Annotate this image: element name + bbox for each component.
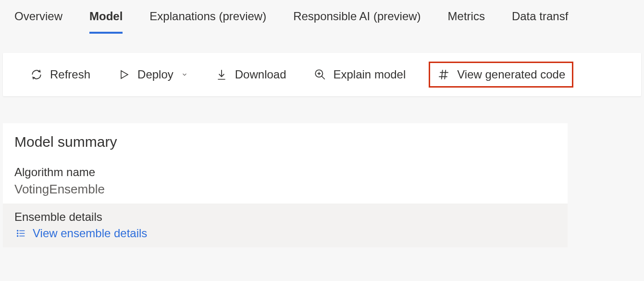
tab-responsible-ai[interactable]: Responsible AI (preview)	[293, 10, 421, 34]
tab-bar: Overview Model Explanations (preview) Re…	[0, 0, 644, 34]
list-icon	[14, 227, 28, 240]
algorithm-name-value: VotingEnsemble	[14, 182, 556, 197]
svg-point-1	[17, 230, 18, 231]
download-label: Download	[235, 68, 286, 81]
refresh-button[interactable]: Refresh	[26, 65, 94, 84]
panel-title: Model summary	[3, 123, 568, 159]
chevron-down-icon	[181, 71, 188, 78]
hash-icon	[437, 68, 450, 81]
explain-model-button[interactable]: Explain model	[310, 65, 410, 84]
svg-point-2	[17, 233, 18, 234]
algorithm-name-row: Algorithm name VotingEnsemble	[3, 159, 568, 204]
view-ensemble-details-link[interactable]: View ensemble details	[14, 227, 147, 240]
refresh-icon	[30, 68, 43, 81]
deploy-label: Deploy	[137, 68, 173, 81]
download-icon	[215, 68, 228, 81]
tab-data-transf[interactable]: Data transf	[512, 10, 568, 34]
view-code-label: View generated code	[457, 68, 565, 81]
view-generated-code-button[interactable]: View generated code	[429, 62, 573, 88]
deploy-button[interactable]: Deploy	[113, 65, 192, 84]
ensemble-details-label: Ensemble details	[14, 210, 556, 224]
zoom-in-icon	[313, 68, 327, 81]
toolbar: Refresh Deploy Download Ex	[3, 53, 641, 96]
tab-explanations[interactable]: Explanations (preview)	[149, 10, 266, 34]
ensemble-details-row: Ensemble details View ensemble details	[3, 204, 568, 247]
ensemble-link-text: View ensemble details	[33, 227, 147, 240]
refresh-label: Refresh	[50, 68, 90, 81]
play-icon	[117, 68, 131, 81]
model-summary-panel: Model summary Algorithm name VotingEnsem…	[3, 123, 568, 247]
tab-model[interactable]: Model	[89, 10, 123, 34]
svg-point-3	[17, 236, 18, 237]
explain-label: Explain model	[334, 68, 406, 81]
tab-metrics[interactable]: Metrics	[448, 10, 485, 34]
tab-overview[interactable]: Overview	[14, 10, 62, 34]
algorithm-name-label: Algorithm name	[14, 166, 556, 179]
download-button[interactable]: Download	[211, 65, 290, 84]
